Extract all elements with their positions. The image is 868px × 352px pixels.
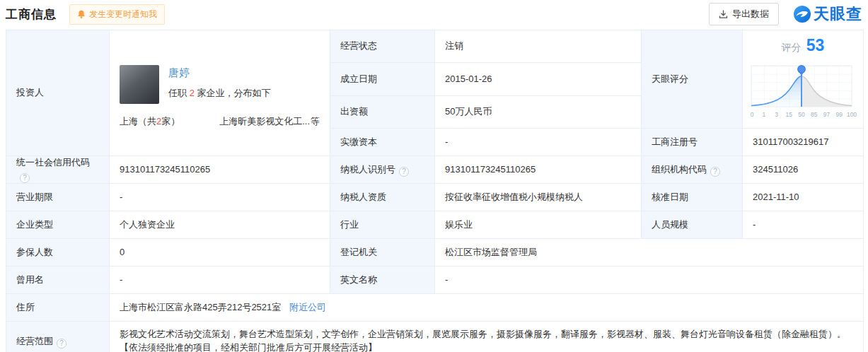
taxpayer-id-label-text: 纳税人识别号 — [340, 164, 395, 175]
score-axis-label: 50 — [798, 111, 805, 118]
score-axis-label: 97 — [823, 111, 831, 118]
org-code-label-text: 组织机构代码 — [652, 164, 707, 175]
credit-code-label-text: 统一社会信用代码 — [16, 157, 90, 168]
label-approval-date: 核准日期 — [642, 184, 743, 211]
score-axis-label: 3 — [775, 111, 778, 118]
label-company-type: 企业类型 — [6, 211, 110, 239]
notify-on-change-button[interactable]: 发生变更时通知我 — [69, 4, 165, 25]
investor-name-link[interactable]: 唐婷 — [168, 66, 190, 78]
score-cell: 评分53 — [743, 30, 864, 129]
label-reg-number: 工商注册号 — [642, 129, 743, 156]
value-insured-count: 0 — [110, 239, 330, 266]
investor-positions-text: 任职 2 家企业，分布如下 — [168, 87, 270, 100]
value-business-term: - — [110, 184, 330, 211]
score-axis-label: 99 — [836, 111, 843, 118]
investor-region-tab[interactable]: 上海（共2家） — [120, 115, 180, 129]
region-prefix: 上海（共 — [120, 116, 156, 127]
label-established: 成立日期 — [330, 63, 435, 95]
label-business-scope: 经营范围? — [6, 322, 110, 352]
value-approval-date: 2021-11-10 — [743, 184, 864, 211]
value-english-name: - — [435, 266, 864, 294]
score-axis-label: 85 — [811, 111, 818, 118]
value-capital: 50万人民币 — [435, 95, 642, 128]
score-axis-label: 1 — [762, 111, 765, 118]
label-business-term: 营业期限 — [6, 184, 110, 211]
table-row: 统一社会信用代码? 913101173245110265 纳税人识别号? 913… — [6, 156, 864, 184]
label-staff-size: 人员规模 — [642, 211, 743, 239]
score-axis-label: 0 — [751, 111, 754, 118]
label-taxpayer-id: 纳税人识别号? — [330, 156, 435, 184]
table-row: 住所 上海市松江区富永路425弄212号2521室 附近公司 — [6, 294, 864, 322]
notify-button-label: 发生变更时通知我 — [89, 8, 157, 20]
brand-logo-icon — [793, 5, 811, 23]
label-former-name: 曾用名 — [6, 266, 110, 294]
label-org-code: 组织机构代码? — [642, 156, 743, 184]
business-info-panel: 工商信息 发生变更时通知我 导出数据 — [0, 0, 868, 352]
value-company-type: 个人独资企业 — [110, 211, 330, 239]
investor-etc-text: 等 — [311, 115, 320, 129]
value-paid-in: - — [435, 129, 642, 156]
download-icon — [719, 9, 728, 19]
label-status: 经营状态 — [330, 30, 435, 63]
positions-suffix: 家企业，分布如下 — [195, 88, 271, 98]
help-icon[interactable]: ? — [399, 167, 409, 177]
label-industry: 行业 — [330, 211, 435, 239]
score-pin-icon — [798, 66, 806, 74]
export-button-label: 导出数据 — [732, 8, 769, 20]
label-insured-count: 参保人数 — [6, 239, 110, 266]
label-paid-in: 实缴资本 — [330, 129, 435, 156]
positions-prefix: 任职 — [168, 88, 190, 98]
value-credit-code: 913101173245110265 — [110, 156, 330, 184]
label-registry: 登记机关 — [330, 239, 435, 266]
label-score: 天眼评分 — [642, 30, 743, 129]
section-header: 工商信息 发生变更时通知我 导出数据 — [6, 0, 862, 28]
business-info-table: 投资人 唐婷 任职 2 家企业，分布如下 上海（共2家） 上海昕美影视文化 — [6, 30, 864, 352]
investor-company-link[interactable]: 上海昕美影视文化工... — [219, 115, 310, 129]
label-taxpayer-quality: 纳税人资质 — [330, 184, 435, 211]
page-title: 工商信息 — [6, 6, 57, 23]
label-capital: 出资额 — [330, 95, 435, 128]
nearby-companies-link[interactable]: 附近公司 — [289, 302, 326, 312]
score-distribution-chart: 0 1 3 15 50 85 97 99 100 — [747, 57, 859, 124]
table-row: 参保人数 0 登记机关 松江区市场监督管理局 — [6, 239, 864, 266]
region-suffix: 家） — [161, 116, 180, 127]
table-row: 曾用名 - 英文名称 - — [6, 266, 864, 294]
address-text: 上海市松江区富永路425弄212号2521室 — [120, 302, 281, 312]
help-icon[interactable]: ? — [20, 173, 30, 183]
value-registry: 松江区市场监督管理局 — [435, 239, 864, 266]
value-reg-number: 310117003219617 — [743, 129, 864, 156]
table-row: 投资人 唐婷 任职 2 家企业，分布如下 上海（共2家） 上海昕美影视文化 — [6, 30, 864, 63]
value-taxpayer-quality: 按征收率征收增值税小规模纳税人 — [435, 184, 642, 211]
label-credit-code: 统一社会信用代码? — [6, 156, 110, 184]
score-value: 53 — [806, 36, 825, 54]
label-english-name: 英文名称 — [330, 266, 435, 294]
investor-cell: 唐婷 任职 2 家企业，分布如下 上海（共2家） 上海昕美影视文化工... 等 — [110, 30, 330, 156]
label-address: 住所 — [6, 294, 110, 322]
score-axis-label: 100 — [847, 111, 857, 118]
help-icon[interactable]: ? — [57, 339, 66, 348]
value-former-name: - — [110, 266, 330, 294]
value-taxpayer-id: 913101173245110265 — [435, 156, 642, 184]
score-axis: 0 1 3 15 50 85 97 99 100 — [751, 111, 857, 118]
export-data-button[interactable]: 导出数据 — [709, 3, 779, 25]
value-industry: 娱乐业 — [435, 211, 642, 239]
business-scope-label-text: 经营范围 — [16, 336, 53, 346]
value-status: 注销 — [435, 30, 642, 63]
score-headline: 评分53 — [746, 34, 860, 57]
value-address: 上海市松江区富永路425弄212号2521室 附近公司 — [110, 294, 864, 322]
table-row: 企业类型 个人独资企业 行业 娱乐业 人员规模 - — [6, 211, 864, 239]
value-business-scope: 影视文化艺术活动交流策划，舞台艺术造型策划，文学创作，企业营销策划，展览展示服务… — [110, 322, 864, 352]
positions-count: 2 — [190, 88, 195, 98]
brand-logo[interactable]: 天眼查 — [793, 4, 862, 25]
score-axis-label: 15 — [786, 111, 793, 118]
brand-name: 天眼查 — [814, 4, 862, 25]
value-staff-size: - — [743, 211, 864, 239]
score-caption: 评分 — [782, 42, 802, 53]
label-investor: 投资人 — [6, 30, 110, 156]
value-established: 2015-01-26 — [435, 63, 642, 95]
table-row: 经营范围? 影视文化艺术活动交流策划，舞台艺术造型策划，文学创作，企业营销策划，… — [6, 322, 864, 352]
help-icon[interactable]: ? — [710, 167, 720, 177]
value-org-code: 324511026 — [743, 156, 864, 184]
investor-avatar[interactable] — [120, 65, 159, 104]
bell-icon — [77, 10, 86, 19]
